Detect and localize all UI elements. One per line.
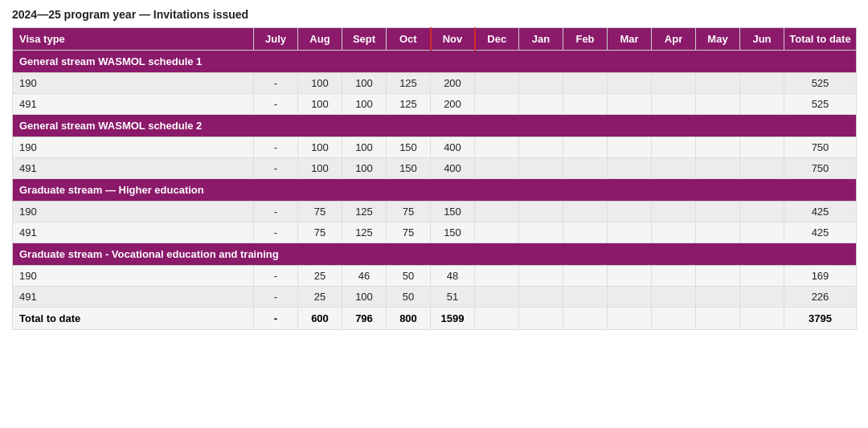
page-title: 2024—25 program year — Invitations issue… bbox=[12, 8, 856, 21]
total-row: Total to date-60079680015993795 bbox=[13, 308, 857, 330]
table-row: 190-7512575150425 bbox=[13, 202, 857, 222]
table-row: 491-100100125200525 bbox=[13, 94, 857, 115]
july-header: July bbox=[254, 28, 298, 51]
section-header: General stream WASMOL schedule 2 bbox=[13, 115, 857, 137]
table-row: 190-100100150400750 bbox=[13, 137, 857, 158]
apr-header: Apr bbox=[652, 28, 696, 51]
nov-header: Nov bbox=[431, 28, 475, 51]
section-header: Graduate stream - Vocational education a… bbox=[13, 243, 857, 266]
mar-header: Mar bbox=[608, 28, 652, 51]
table-row: 491-251005051226 bbox=[13, 287, 857, 308]
table-row: 491-100100150400750 bbox=[13, 158, 857, 179]
jun-header: Jun bbox=[740, 28, 784, 51]
feb-header: Feb bbox=[563, 28, 608, 51]
section-header: General stream WASMOL schedule 1 bbox=[13, 51, 857, 73]
oct-header: Oct bbox=[387, 28, 431, 51]
aug-header: Aug bbox=[298, 28, 342, 51]
table-row: 190-100100125200525 bbox=[13, 73, 857, 94]
sept-header: Sept bbox=[342, 28, 387, 51]
visa-type-header: Visa type bbox=[13, 28, 254, 51]
jan-header: Jan bbox=[519, 28, 563, 51]
section-header: Graduate stream — Higher education bbox=[13, 179, 857, 202]
table-row: 190-25465048169 bbox=[13, 266, 857, 287]
total-header: Total to date bbox=[784, 28, 857, 51]
table-row: 491-7512575150425 bbox=[13, 222, 857, 243]
table-header: Visa type July Aug Sept Oct Nov Dec Jan … bbox=[13, 28, 857, 51]
dec-header: Dec bbox=[475, 28, 519, 51]
may-header: May bbox=[696, 28, 740, 51]
